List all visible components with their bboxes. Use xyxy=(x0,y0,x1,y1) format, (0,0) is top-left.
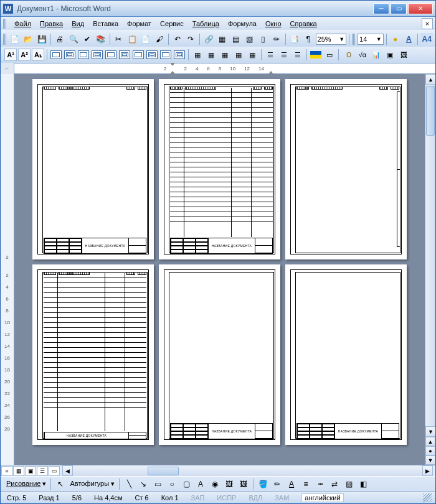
scroll-down-button[interactable]: ▼ xyxy=(425,426,435,437)
frame-type-8-icon[interactable] xyxy=(146,49,158,61)
cut-icon[interactable]: ✂ xyxy=(113,33,125,45)
minimize-button[interactable]: ─ xyxy=(373,3,389,14)
dash-style-icon[interactable]: ┅ xyxy=(314,478,326,490)
redo-icon[interactable]: ↷ xyxy=(184,33,197,45)
menu-window[interactable]: Окно xyxy=(262,19,285,29)
drawing-icon[interactable]: ✏ xyxy=(270,33,283,45)
browse-object-button[interactable]: ● xyxy=(425,446,435,455)
scroll-right-button[interactable]: ▶ xyxy=(422,465,433,476)
fill-color-icon[interactable]: 🪣 xyxy=(257,478,269,490)
scroll-left-button[interactable]: ◀ xyxy=(62,465,73,476)
omega-icon[interactable]: Ω xyxy=(343,49,355,61)
menu-edit[interactable]: Правка xyxy=(36,19,67,29)
toolbar-grip-2[interactable] xyxy=(352,34,355,45)
image-icon[interactable]: 🖼 xyxy=(397,49,410,61)
menu-table[interactable]: Таблица xyxy=(189,19,223,29)
drawing-menu[interactable]: Рисование ▾ xyxy=(5,480,47,488)
research-icon[interactable]: 📚 xyxy=(95,33,107,45)
status-language[interactable]: английский xyxy=(301,493,343,502)
table-style-1-icon[interactable]: ☰ xyxy=(264,49,277,61)
autoshapes-menu[interactable]: Автофигуры ▾ xyxy=(69,480,116,488)
equation-icon[interactable]: √α xyxy=(356,49,369,61)
frame-type-4-icon[interactable] xyxy=(91,49,103,61)
chart-icon[interactable]: 📊 xyxy=(370,49,382,61)
outline-view-button[interactable]: ☰ xyxy=(37,466,48,476)
landscape-icon[interactable]: ▭ xyxy=(323,49,336,61)
show-marks-icon[interactable]: ¶ xyxy=(302,33,315,45)
doc-map-icon[interactable]: 📑 xyxy=(288,33,301,45)
menu-format[interactable]: Формат xyxy=(123,19,155,29)
document-area[interactable]: НАЗВАНИЕ ДОКУМЕНТА НАЗВАНИЕ ДОКУМЕНТА xyxy=(14,74,425,465)
menu-insert[interactable]: Вставка xyxy=(89,19,122,29)
rectangle-icon[interactable]: ▭ xyxy=(151,478,164,490)
page-2[interactable]: НАЗВАНИЕ ДОКУМЕНТА xyxy=(159,79,280,259)
horizontal-scrollbar[interactable]: ◀ ▶ xyxy=(62,466,433,476)
status-rec[interactable]: ЗАП xyxy=(189,494,207,502)
picture-icon[interactable]: 🖼 xyxy=(237,478,250,490)
close-button[interactable]: ✕ xyxy=(408,3,433,14)
toolbar-grip[interactable] xyxy=(3,34,6,45)
reading-view-button[interactable]: ▭ xyxy=(49,466,60,476)
font-color-draw-icon[interactable]: A xyxy=(285,478,298,490)
save-icon[interactable]: 💾 xyxy=(36,33,49,45)
next-page-button[interactable]: ▼ xyxy=(425,455,435,465)
horizontal-ruler[interactable]: ⌐ 2 24 68 1012 14 xyxy=(1,63,435,74)
line-color-icon[interactable]: ✏ xyxy=(271,478,283,490)
columns-icon[interactable]: ▯ xyxy=(257,33,269,45)
stamp-type-2-icon[interactable]: ▦ xyxy=(205,49,217,61)
font-size-combo[interactable]: 14▼ xyxy=(358,34,384,45)
excel-icon[interactable]: ▧ xyxy=(244,33,256,45)
menu-file[interactable]: Файл xyxy=(11,19,35,29)
page-3[interactable] xyxy=(285,79,407,259)
line-style-icon[interactable]: ≡ xyxy=(300,478,312,490)
format-painter-icon[interactable]: 🖌 xyxy=(153,33,166,45)
table-style-2-icon[interactable]: ☰ xyxy=(278,49,290,61)
frame-type-7-icon[interactable] xyxy=(132,49,145,61)
stamp-type-5-icon[interactable]: ▦ xyxy=(246,49,258,61)
menu-help[interactable]: Справка xyxy=(287,19,321,29)
a2-icon[interactable]: A² xyxy=(18,49,31,61)
object-icon[interactable]: ▣ xyxy=(384,49,396,61)
textbox-icon[interactable]: ▢ xyxy=(180,478,192,490)
print-icon[interactable]: 🖨 xyxy=(54,33,66,45)
superscript-a1-icon[interactable]: A¹ xyxy=(4,49,17,61)
table-style-3-icon[interactable]: ☰ xyxy=(291,49,304,61)
frame-type-2-icon[interactable] xyxy=(64,49,76,61)
frame-type-3-icon[interactable] xyxy=(77,49,90,61)
copy-icon[interactable]: 📋 xyxy=(126,33,138,45)
frame-type-10-icon[interactable] xyxy=(173,49,186,61)
frame-type-6-icon[interactable] xyxy=(118,49,131,61)
page-4[interactable]: НАЗВАНИЕ ДОКУМЕНТА xyxy=(32,264,154,445)
stamp-type-4-icon[interactable]: ▦ xyxy=(232,49,245,61)
clipart-icon[interactable]: 🖼 xyxy=(223,478,235,490)
font-color-icon[interactable]: A xyxy=(403,33,415,45)
paste-icon[interactable]: 📄 xyxy=(140,33,152,45)
shadow-icon[interactable]: ▨ xyxy=(343,478,355,490)
flag-ua-icon[interactable] xyxy=(310,49,322,61)
prev-page-button[interactable]: ▲ xyxy=(425,437,435,446)
tables-borders-icon[interactable]: ▦ xyxy=(216,33,229,45)
frame-type-5-icon[interactable] xyxy=(105,49,117,61)
normal-view-button[interactable]: ≡ xyxy=(1,466,12,476)
vertical-scrollbar[interactable]: ▲ ▼ ▲ ● ▼ xyxy=(425,74,435,465)
open-icon[interactable]: 📂 xyxy=(22,33,35,45)
scroll-up-button[interactable]: ▲ xyxy=(425,74,435,85)
subscript-a1-icon[interactable]: A₁ xyxy=(32,49,44,61)
frame-type-9-icon[interactable] xyxy=(159,49,172,61)
stamp-type-1-icon[interactable]: ▦ xyxy=(191,49,204,61)
scroll-thumb-v[interactable] xyxy=(426,86,435,136)
menu-formula[interactable]: Формула xyxy=(224,19,260,29)
stamp-type-3-icon[interactable]: ▦ xyxy=(219,49,231,61)
scroll-thumb-h[interactable] xyxy=(148,467,179,475)
3d-icon[interactable]: ◧ xyxy=(357,478,369,490)
help-close-button[interactable]: × xyxy=(422,18,433,29)
undo-icon[interactable]: ↶ xyxy=(171,33,184,45)
resize-grip[interactable] xyxy=(423,493,432,502)
status-ovr[interactable]: ЗАМ xyxy=(272,494,291,502)
select-objects-icon[interactable]: ↖ xyxy=(54,478,67,490)
status-trk[interactable]: ИСПР xyxy=(214,494,239,502)
page-1[interactable]: НАЗВАНИЕ ДОКУМЕНТА xyxy=(32,79,154,259)
wordart-icon[interactable]: A xyxy=(194,478,207,490)
insert-table-icon[interactable]: ▤ xyxy=(230,33,242,45)
a4-icon[interactable]: A4 xyxy=(420,33,433,45)
